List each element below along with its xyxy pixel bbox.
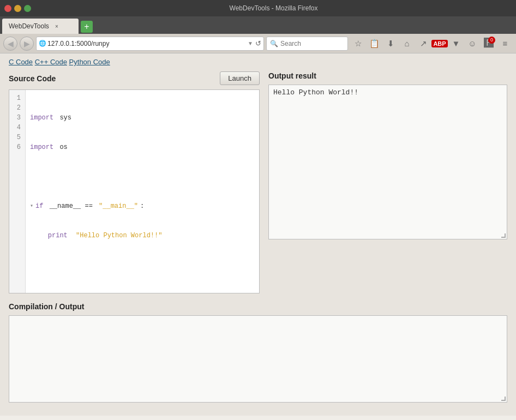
keyword-import-2: import — [30, 142, 53, 152]
pocket-badge: 0 — [488, 37, 495, 44]
emoji-icon: ☺ — [468, 39, 476, 48]
search-input[interactable] — [280, 40, 344, 47]
keyword-if: if — [35, 201, 43, 211]
line-num-3: 3 — [14, 113, 21, 123]
url-bar-container: 🌐 ▼ ↺ — [36, 37, 264, 51]
reading-list-button[interactable]: 📋 — [367, 37, 382, 51]
forward-icon: ▶ — [24, 39, 30, 48]
breadcrumb-bar: C Code C++ Code Python Code — [0, 53, 516, 68]
minimize-window-button[interactable] — [14, 5, 21, 12]
abp-icon: ABP — [431, 40, 447, 47]
line-numbers: 1 2 3 4 5 6 — [9, 90, 26, 293]
code-line-3 — [30, 172, 255, 182]
page-content: C Code C++ Code Python Code Source Code … — [0, 53, 516, 416]
output-resize-handle[interactable] — [501, 233, 506, 238]
window-controls[interactable] — [4, 5, 31, 12]
close-window-button[interactable] — [4, 5, 11, 12]
adblock-button[interactable]: ABP — [432, 37, 447, 51]
back-button[interactable]: ◀ — [3, 37, 17, 51]
source-code-title: Source Code — [9, 74, 56, 83]
output-result-panel: Output result Hello Python World!! — [268, 71, 507, 239]
nav-icon-group: ☆ 📋 ⬇ ⌂ ↗ ABP ▼ ☺ 🅿 0 ≡ — [350, 37, 513, 51]
launch-button[interactable]: Launch — [220, 71, 260, 85]
star-icon: ☆ — [355, 39, 362, 49]
keyword-print: print — [48, 231, 68, 241]
code-line-6 — [30, 260, 255, 270]
home-icon: ⌂ — [404, 39, 409, 48]
output-result-box: Hello Python World!! — [268, 85, 507, 239]
line-num-4: 4 — [14, 123, 21, 133]
url-icon: 🌐 — [39, 40, 46, 47]
search-icon: 🔍 — [270, 40, 278, 47]
code-editor[interactable]: 1 2 3 4 5 6 import sys import os — [9, 89, 260, 293]
url-input[interactable] — [47, 40, 247, 47]
code-line-4: ▾ if __name__ == "__main__": — [30, 201, 255, 211]
download-button[interactable]: ⬇ — [383, 37, 398, 51]
bookmark-star-button[interactable]: ☆ — [350, 37, 365, 51]
code-line-2: import os — [30, 142, 255, 152]
url-dropdown-icon[interactable]: ▼ — [248, 40, 253, 46]
two-column-panels: Source Code Launch 1 2 3 4 5 6 import sy — [9, 71, 507, 293]
tab-label: WebDevTools — [9, 22, 49, 30]
code-line-5: print "Hello Python World!!" — [30, 231, 255, 241]
keyword-import-1: import — [30, 113, 53, 123]
search-bar: 🔍 — [266, 37, 348, 51]
emoji-button[interactable]: ☺ — [465, 37, 480, 51]
home-button[interactable]: ⌂ — [399, 37, 415, 51]
pocket-button[interactable]: 🅿 0 — [481, 37, 496, 51]
reading-icon: 📋 — [369, 39, 380, 49]
compilation-title: Compilation / Output — [9, 302, 507, 311]
line-num-6: 6 — [14, 142, 21, 152]
line-num-5: 5 — [14, 133, 21, 142]
send-icon: ↗ — [420, 39, 427, 49]
navigation-bar: ◀ ▶ 🌐 ▼ ↺ 🔍 ☆ 📋 ⬇ ⌂ ↗ ABP ▼ — [0, 34, 516, 53]
send-tab-button[interactable]: ↗ — [416, 37, 431, 51]
back-icon: ◀ — [8, 39, 14, 48]
output-result-header: Output result — [268, 71, 507, 80]
tab-close-button[interactable]: × — [52, 22, 61, 31]
line-num-1: 1 — [14, 93, 21, 103]
hamburger-icon: ≡ — [503, 39, 508, 48]
titlebar: WebDevTools - Mozilla Firefox — [0, 0, 516, 16]
tab-bar: WebDevTools × + — [0, 16, 516, 34]
string-main: "__main__" — [99, 201, 138, 211]
source-code-header: Source Code Launch — [9, 71, 260, 85]
window-title: WebDevTools - Mozilla Firefox — [35, 4, 512, 12]
fold-arrow-icon[interactable]: ▾ — [30, 201, 33, 211]
sync-dropdown-icon: ▼ — [452, 39, 460, 48]
output-content: Hello Python World!! — [273, 88, 358, 97]
menu-button[interactable]: ≡ — [497, 37, 513, 51]
active-tab[interactable]: WebDevTools × — [2, 19, 79, 34]
line-num-2: 2 — [14, 103, 21, 113]
source-code-panel: Source Code Launch 1 2 3 4 5 6 import sy — [9, 71, 260, 293]
compilation-output-box — [9, 315, 507, 403]
code-text-area[interactable]: import sys import os ▾ if __name__ == "_… — [26, 90, 259, 293]
forward-button[interactable]: ▶ — [20, 37, 34, 51]
maximize-window-button[interactable] — [24, 5, 31, 12]
sync-button[interactable]: ▼ — [448, 37, 464, 51]
breadcrumb-python-code[interactable]: Python Code — [69, 58, 110, 66]
main-content: Source Code Launch 1 2 3 4 5 6 import sy — [0, 68, 516, 411]
compilation-section: Compilation / Output — [9, 302, 507, 403]
breadcrumb-c-code[interactable]: C Code — [9, 58, 33, 66]
download-icon: ⬇ — [387, 39, 394, 49]
compilation-resize-handle[interactable] — [501, 397, 506, 401]
reload-button[interactable]: ↺ — [255, 39, 261, 47]
new-tab-button[interactable]: + — [81, 21, 93, 33]
breadcrumb-cpp-code[interactable]: C++ Code — [35, 58, 67, 66]
code-line-1: import sys — [30, 113, 255, 123]
output-result-title: Output result — [268, 71, 316, 80]
string-hello: "Hello Python World!!" — [76, 231, 162, 241]
